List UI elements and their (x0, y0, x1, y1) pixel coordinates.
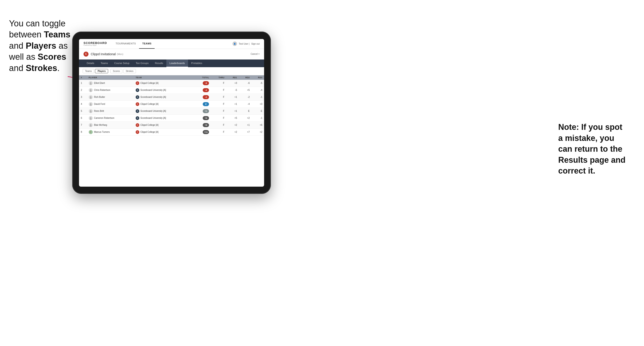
toggle-players[interactable]: Players (95, 69, 108, 73)
cell-rd2: +5 (239, 87, 252, 94)
tournament-header: C Clippd Invitational (Men) Cancel × (79, 49, 264, 59)
cell-rd2: +1 (239, 122, 252, 129)
nav-tournaments[interactable]: TOURNAMENTS (112, 39, 139, 49)
team-name: Scoreboard University [A] (140, 110, 166, 112)
player-name: Blair McHarg (94, 124, 107, 126)
toggle-teams[interactable]: Teams (82, 69, 94, 73)
player-name: Cameron Robertson (94, 117, 114, 119)
sign-out-link[interactable]: Sign out (251, 43, 260, 45)
tab-details[interactable]: Details (84, 59, 98, 67)
user-avatar: 👤 (232, 41, 237, 46)
col-player: PLAYER (87, 75, 134, 80)
tab-results[interactable]: Results (152, 59, 166, 67)
top-nav: SCOREBOARD Powered by clippd TOURNAMENTS… (79, 39, 264, 49)
cell-thru: F (211, 87, 226, 94)
player-name: Marcus Turners (94, 131, 110, 133)
player-avatar (89, 116, 93, 120)
cell-rd3: -1 (252, 115, 264, 122)
logo-text: SCOREBOARD (84, 41, 107, 44)
svg-point-2 (90, 83, 92, 85)
team-icon: C (136, 130, 139, 134)
cell-thru: F (211, 94, 226, 101)
cell-rd3: +6 (252, 122, 264, 129)
cell-rank: 2 (79, 87, 87, 94)
col-team: TEAM (134, 75, 188, 80)
svg-point-14 (90, 125, 92, 127)
svg-point-10 (90, 111, 92, 113)
team-name: Clippd College [A] (140, 82, 158, 84)
cell-player: David Ford (87, 101, 134, 108)
right-annotation: Note: If you spot a mistake, you can ret… (558, 122, 635, 176)
user-label: Test User | (239, 43, 250, 45)
cell-rd3: -1 (252, 94, 264, 101)
player-name: Rich Butler (94, 96, 105, 98)
nav-right: 👤 Test User | Sign out (232, 41, 260, 46)
tournament-subtitle: (Men) (117, 53, 124, 55)
cell-thru: F (211, 129, 226, 136)
cell-rd2: -2 (239, 94, 252, 101)
cell-total: -2 (194, 94, 211, 101)
cell-rd3: -5 (252, 80, 264, 87)
score-badge: -4 (203, 88, 209, 92)
leaderboard-table: # PLAYER TEAM TOTAL THRU RD1 RD2 RD3 1 (79, 75, 264, 136)
logo-area: SCOREBOARD Powered by clippd (84, 41, 107, 46)
table-row: 2 Chris Robertson S Scoreboard Universit… (79, 87, 264, 94)
toggle-strokes[interactable]: Strokes (123, 69, 136, 73)
score-badge: +9 (203, 123, 209, 127)
team-icon: C (136, 123, 139, 127)
col-thru: THRU (211, 75, 226, 80)
cell-team: C Clippd College [A] (134, 101, 188, 108)
svg-point-13 (90, 124, 91, 125)
logo-sub: Powered by clippd (84, 44, 107, 46)
cell-rank: 1 (79, 80, 87, 87)
nav-teams[interactable]: TEAMS (139, 39, 154, 49)
player-avatar (89, 102, 93, 106)
player-name: David Ford (94, 103, 105, 105)
table-header-row: # PLAYER TEAM TOTAL THRU RD1 RD2 RD3 (79, 75, 264, 80)
cell-rd2: -4 (239, 101, 252, 108)
score-badge: +6 (203, 116, 209, 120)
tab-leaderboards[interactable]: Leaderboards (166, 59, 188, 67)
cell-team: S Scoreboard University [A] (134, 94, 188, 101)
cell-rank: 6 (79, 115, 87, 122)
svg-point-8 (90, 104, 92, 106)
cell-rd1: +2 (226, 129, 239, 136)
score-badge: -2 (203, 95, 209, 99)
player-avatar (89, 95, 93, 99)
cell-rd1: +1 (226, 108, 239, 115)
tab-printables[interactable]: Printables (188, 59, 206, 67)
tablet-screen: SCOREBOARD Powered by clippd TOURNAMENTS… (79, 39, 264, 187)
player-avatar (89, 109, 93, 113)
tab-teams[interactable]: Teams (98, 59, 111, 67)
player-avatar: 🏌️ (89, 130, 93, 134)
svg-point-3 (90, 89, 91, 90)
cell-spacer (188, 94, 194, 101)
table-body: 1 Elliot Ebert C Clippd College [A] -8 F… (79, 80, 264, 136)
cell-rd3: +2 (252, 129, 264, 136)
cell-rd1: +1 (226, 94, 239, 101)
team-icon: S (136, 88, 139, 92)
team-name: Scoreboard University [A] (140, 89, 166, 91)
nav-links: TOURNAMENTS TEAMS (112, 39, 232, 49)
cell-rd3: +3 (252, 101, 264, 108)
cell-team: S Scoreboard University [A] (134, 108, 188, 115)
cell-rank: 4 (79, 101, 87, 108)
team-name: Clippd College [A] (140, 124, 158, 126)
score-badge: +11 (203, 130, 209, 134)
cell-team: C Clippd College [A] (134, 129, 188, 136)
svg-point-11 (90, 117, 91, 118)
tab-course-setup[interactable]: Course Setup (111, 59, 132, 67)
table-row: 1 Elliot Ebert C Clippd College [A] -8 F… (79, 80, 264, 87)
toggle-scores[interactable]: Scores (110, 69, 122, 73)
player-avatar (89, 88, 93, 92)
cell-team: C Clippd College [A] (134, 80, 188, 87)
cancel-button[interactable]: Cancel × (250, 53, 260, 55)
cell-player: Blair McHarg (87, 122, 134, 129)
cell-thru: F (211, 108, 226, 115)
tab-tee-groups[interactable]: Tee Groups (132, 59, 152, 67)
score-badge: E (203, 102, 209, 106)
score-badge: -8 (203, 81, 209, 85)
cell-spacer (188, 87, 194, 94)
col-rd2: RD2 (239, 75, 252, 80)
table-row: 6 Cameron Robertson S Scoreboard Univers… (79, 115, 264, 122)
